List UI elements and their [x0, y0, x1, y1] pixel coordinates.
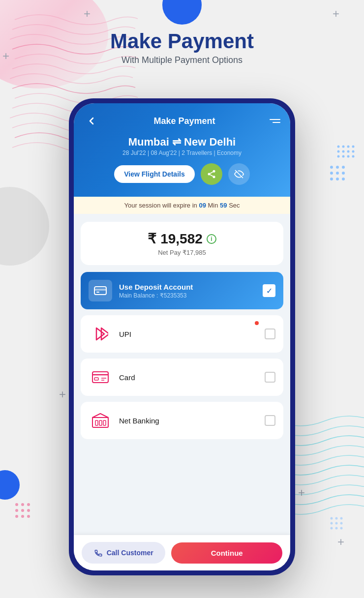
upi-icon: [89, 323, 112, 345]
deco-plus-6: +: [337, 535, 344, 549]
svg-rect-58: [103, 420, 106, 425]
page-title: Make Payment: [0, 30, 364, 53]
route-details: 28 Jul'22 | 08 Aug'22 | 2 Travellers | E…: [84, 150, 280, 156]
svg-point-38: [340, 527, 343, 530]
svg-point-4: [336, 172, 339, 175]
amount-currency: ₹: [148, 231, 156, 247]
deco-plus-2: +: [333, 7, 339, 21]
svg-point-31: [335, 517, 338, 520]
svg-rect-56: [95, 420, 98, 425]
deco-dots-right: [327, 162, 356, 192]
deco-circle-gray: [0, 187, 49, 266]
deco-circle-blue-top: [162, 0, 202, 25]
upi-radio[interactable]: [265, 329, 275, 339]
svg-point-22: [337, 150, 340, 153]
deposit-title: Use Deposit Account: [119, 283, 256, 291]
svg-point-34: [335, 522, 338, 525]
header-title: Make Payment: [153, 116, 215, 126]
svg-line-42: [210, 175, 213, 176]
svg-point-21: [352, 146, 355, 148]
svg-point-3: [330, 172, 333, 175]
deposit-info: Use Deposit Account Main Balance : ₹5235…: [119, 283, 256, 299]
svg-point-23: [342, 150, 345, 153]
svg-point-12: [15, 509, 18, 512]
svg-point-37: [335, 527, 338, 530]
phone-icon: [94, 548, 103, 557]
svg-point-8: [342, 178, 345, 180]
page-header: Make Payment With Multiple Payment Optio…: [0, 30, 364, 65]
svg-point-36: [331, 527, 333, 530]
svg-point-27: [342, 155, 345, 158]
page-subtitle: With Multiple Payment Options: [0, 55, 364, 65]
route-section: Mumbai ⇌ New Delhi 28 Jul'22 | 08 Aug'22…: [84, 136, 280, 156]
deposit-account-option[interactable]: Use Deposit Account Main Balance : ₹5235…: [81, 272, 283, 309]
card-option[interactable]: Card: [81, 359, 283, 396]
visibility-toggle-button[interactable]: [228, 163, 250, 185]
svg-point-28: [347, 155, 350, 158]
deposit-balance: Main Balance : ₹5235353: [119, 292, 256, 299]
svg-rect-50: [92, 372, 108, 383]
svg-point-7: [336, 178, 339, 180]
svg-point-33: [331, 522, 333, 525]
deco-plus-4: +: [59, 388, 66, 401]
amount-display: ₹19,582 i: [91, 231, 273, 247]
amount-section: ₹19,582 i Net Pay ₹17,985: [81, 222, 283, 265]
svg-point-24: [347, 150, 350, 153]
share-button[interactable]: [201, 163, 222, 185]
session-text-prefix: Your session will expire in: [124, 202, 199, 209]
menu-line-1: [270, 119, 280, 120]
phone-screen: Make Payment Mumbai ⇌ New Delhi 28 Jul'2…: [74, 103, 290, 570]
menu-line-2: [273, 122, 280, 123]
svg-point-41: [212, 176, 215, 178]
phone-header: Make Payment Mumbai ⇌ New Delhi 28 Jul'2…: [74, 103, 290, 197]
svg-rect-52: [94, 378, 98, 380]
svg-point-26: [337, 155, 340, 158]
upi-option[interactable]: UPI: [81, 315, 283, 353]
amount-value: 19,582: [160, 231, 203, 247]
net-pay-label: Net Pay ₹17,985: [91, 249, 273, 256]
svg-rect-46: [94, 289, 106, 291]
header-actions: View Flight Details: [84, 163, 280, 185]
svg-point-0: [330, 166, 333, 169]
view-flight-details-button[interactable]: View Flight Details: [114, 165, 194, 183]
svg-point-18: [337, 146, 340, 148]
svg-rect-47: [96, 292, 99, 293]
svg-point-30: [331, 517, 333, 520]
route-title: Mumbai ⇌ New Delhi: [84, 136, 280, 149]
svg-rect-57: [99, 420, 102, 425]
svg-point-10: [21, 503, 24, 506]
amount-info-button[interactable]: i: [207, 234, 216, 244]
session-min-unit: Min: [206, 202, 220, 209]
svg-point-19: [342, 146, 345, 148]
svg-point-17: [27, 515, 30, 518]
session-timer: Your session will expire in 09 Min 59 Se…: [74, 197, 290, 214]
call-customer-button[interactable]: Call Customer: [82, 542, 165, 564]
phone-bottom-bar: Call Customer Continue: [74, 535, 290, 570]
deco-circle-blue-bottom: [0, 470, 20, 500]
svg-point-35: [340, 522, 343, 525]
svg-point-15: [15, 515, 18, 518]
svg-point-2: [342, 166, 345, 169]
card-icon: [89, 366, 112, 388]
svg-point-40: [208, 173, 210, 176]
net-banking-radio[interactable]: [265, 415, 275, 426]
net-banking-option[interactable]: Net Banking: [81, 402, 283, 439]
net-banking-label: Net Banking: [119, 417, 258, 425]
session-minutes: 09: [199, 202, 206, 209]
menu-button[interactable]: [270, 119, 280, 123]
svg-point-11: [27, 503, 30, 506]
card-radio[interactable]: [265, 372, 275, 383]
session-sec-unit: Sec: [227, 202, 240, 209]
svg-point-1: [336, 166, 339, 169]
call-customer-label: Call Customer: [107, 549, 153, 557]
svg-point-32: [340, 517, 343, 520]
svg-point-14: [27, 509, 30, 512]
continue-button[interactable]: Continue: [171, 542, 282, 564]
svg-point-25: [352, 150, 355, 153]
svg-point-16: [21, 515, 24, 518]
upi-notification-dot: [255, 321, 259, 325]
header-top-row: Make Payment: [84, 113, 280, 129]
back-button[interactable]: [84, 113, 99, 129]
deco-plus-5: +: [298, 486, 305, 500]
deco-dots-bottom-right: [328, 514, 352, 539]
